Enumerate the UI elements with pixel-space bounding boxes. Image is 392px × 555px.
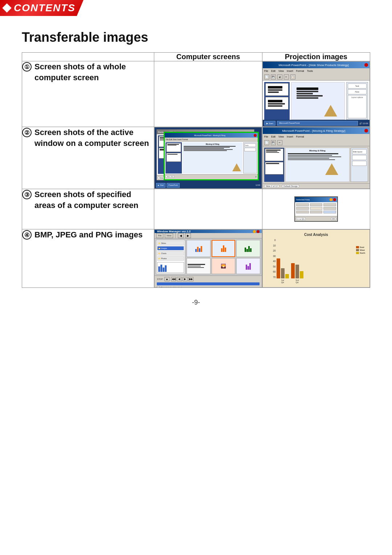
row4-computer-screenshot: Window Manager ver.1.2 File View <box>154 229 262 287</box>
row1-projection-screenshot: Microsoft PowerPoint - [Slide Show Produ… <box>262 61 370 127</box>
image-thumbnail[interactable]: 🌄 <box>212 258 235 274</box>
chart-legend: East West North <box>356 246 365 254</box>
row2-computer-screenshot: Background Window <box>154 127 262 189</box>
bar-west-2 <box>295 265 299 278</box>
chart-y-axis: 70 60 50 40 30 20 10 0 <box>266 239 276 278</box>
row1-label: ① Screen shots of a whole computer scree… <box>22 61 154 127</box>
image-thumbnail[interactable] <box>187 240 210 257</box>
image-thumbnail[interactable] <box>236 240 260 257</box>
list-item[interactable]: 📁 Slides <box>157 241 184 245</box>
legend-north-color <box>356 252 359 254</box>
list-item[interactable]: 📁 Images <box>157 246 184 250</box>
repeat-checkbox[interactable] <box>157 286 160 287</box>
row1-computer-cell <box>154 61 262 127</box>
bar-west-1 <box>281 268 285 278</box>
contents-banner: CONTENTS <box>0 0 83 16</box>
image-thumbnail[interactable] <box>187 258 210 274</box>
prev-prev-btn[interactable]: ◀◀ <box>171 277 176 281</box>
next-btn[interactable]: ▶ <box>183 277 188 281</box>
table-row: ② Screen shots of the active window on a… <box>22 127 370 189</box>
list-item[interactable]: 📁 Photos <box>157 256 184 261</box>
progress-bar <box>157 282 259 285</box>
next-next-btn[interactable]: ▶▶ <box>188 277 193 281</box>
row4-title: BMP, JPEG and PNG images <box>34 229 143 240</box>
row2-computer-cell: Background Window <box>154 127 262 189</box>
row3-area-screenshot: Selected Area <box>294 196 338 222</box>
row4-computer-cell: Window Manager ver.1.2 File View <box>154 229 262 288</box>
col-header-computer: Computer screens <box>154 53 262 61</box>
chart-x-axis: 1stQtr 3rdQtr <box>277 279 367 283</box>
diamond-icon <box>2 3 11 12</box>
taskbar: ▶ Start Microsoft PowerPoint 🔊 12:00 <box>263 120 369 126</box>
row2-label: ② Screen shots of the active window on a… <box>22 127 154 189</box>
row4-projection-screenshot: Cost Analysis 70 60 50 40 30 20 10 <box>262 229 370 287</box>
win1-toolbar: 📄 💾 🖨 ✂ 📋 <box>263 73 369 81</box>
image-thumbnail[interactable] <box>212 240 235 257</box>
win1-menubar: File Edit View Insert Format Tools <box>263 68 369 73</box>
row3-number: ③ <box>22 190 32 199</box>
page-title: Transferable images <box>22 30 370 45</box>
bar-east-2 <box>291 263 295 278</box>
legend-west-color <box>356 249 359 251</box>
row4-number: ④ <box>22 230 32 240</box>
row2-number: ② <box>22 128 32 137</box>
chart-group-1st <box>277 258 289 278</box>
chart-group-3rd <box>291 263 303 278</box>
contents-label: CONTENTS <box>14 2 75 14</box>
row1-projection-cell: Microsoft PowerPoint - [Slide Show Produ… <box>262 61 370 127</box>
bar-north-1 <box>285 274 289 278</box>
row2-projection-cell: Microsoft PowerPoint - [Moving & Filing … <box>262 127 370 189</box>
row3-label: ③ Screen shots of specified areas of a c… <box>22 189 154 229</box>
row2-projection-screenshot: Microsoft PowerPoint - [Moving & Filing … <box>262 127 370 189</box>
row2-title: Screen shots of the active window on a c… <box>34 127 154 148</box>
row3-computer-cell <box>154 189 262 229</box>
row3-title: Screen shots of specified areas of a com… <box>34 189 154 211</box>
stop-btn[interactable]: ■ <box>164 277 170 281</box>
manager-back-btn[interactable]: ◀ <box>178 233 184 238</box>
bar-east-1 <box>277 258 280 278</box>
row4-projection-cell: Cost Analysis 70 60 50 40 30 20 10 <box>262 229 370 288</box>
legend-east-color <box>356 246 359 248</box>
col-header-label <box>22 53 154 61</box>
page-number: -9- <box>22 299 370 306</box>
win-close-btn <box>364 63 368 67</box>
prev-btn[interactable]: ◀ <box>177 277 182 281</box>
win1-titlebar: Microsoft PowerPoint - [Slide Show Produ… <box>263 62 369 68</box>
col-header-projection: Projection images <box>262 53 370 61</box>
table-row: ③ Screen shots of specified areas of a c… <box>22 189 370 229</box>
chart-title: Cost Analysis <box>266 233 367 237</box>
transferable-images-table: Computer screens Projection images ① Scr… <box>22 52 370 288</box>
row4-label: ④ BMP, JPEG and PNG images <box>22 229 154 288</box>
image-thumbnail[interactable] <box>236 258 260 274</box>
row1-title: Screen shots of a whole computer screen <box>34 61 154 83</box>
manager-forward-btn[interactable]: ▶ <box>185 233 191 238</box>
row1-number: ① <box>22 62 32 72</box>
bar-north-2 <box>300 271 303 278</box>
list-item[interactable]: 📁 Charts <box>157 251 184 256</box>
table-row: ① Screen shots of a whole computer scree… <box>22 61 370 127</box>
row3-projection-cell: Selected Area <box>262 189 370 229</box>
chart-area: 70 60 50 40 30 20 10 0 <box>266 239 367 284</box>
table-row: ④ BMP, JPEG and PNG images Window Manage… <box>22 229 370 288</box>
taskbar2: ▶ Start PowerPoint 12:00 <box>155 182 261 188</box>
